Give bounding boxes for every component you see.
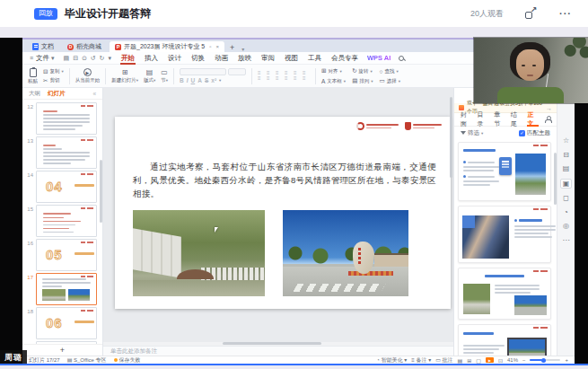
more-icon[interactable]: ··· xyxy=(559,8,572,19)
tab-cover[interactable]: 封面 xyxy=(461,113,471,127)
video-progress-bar[interactable] xyxy=(0,364,588,365)
slide-thumb-17-selected[interactable]: 17 xyxy=(22,272,102,306)
tab-chapter[interactable]: 章节 xyxy=(494,113,505,127)
beautify-icon-selected[interactable]: ▣ xyxy=(560,179,572,189)
strip-more-icon[interactable]: ⋯ xyxy=(563,236,570,244)
tab-contents[interactable]: 目录 xyxy=(478,113,488,127)
thumbnail-scrollbar[interactable] xyxy=(100,160,102,223)
tab-ending[interactable]: 结尾 xyxy=(511,113,522,127)
play-from-current-button[interactable]: ▶ 从当前开始 xyxy=(75,68,101,83)
editor-canvas[interactable]: 通过实地考察，马套村位于山东省济南市长清区万德街道最南端，交通便利，风景优美。地… xyxy=(103,88,453,342)
banner-arrow-icon[interactable]: → xyxy=(546,105,552,111)
search-icon[interactable] xyxy=(399,56,404,61)
arrange-button[interactable]: ▤排列▾ xyxy=(352,76,373,85)
slide-thumb-13[interactable]: 13 xyxy=(22,136,102,170)
university-logo-swirl-icon xyxy=(356,122,364,130)
view-sorter-icon[interactable]: ⊞ xyxy=(467,357,471,364)
help-icon[interactable]: ◔ xyxy=(564,208,568,216)
slide-thumb-15[interactable]: 15 xyxy=(22,204,102,238)
menu-review[interactable]: 审阅 xyxy=(260,52,276,65)
editor-horizontal-scrollbar[interactable] xyxy=(103,342,453,346)
menu-animation[interactable]: 动画 xyxy=(214,52,229,65)
select-button[interactable]: ▭选择▾ xyxy=(380,76,400,85)
menu-member[interactable]: 会员专享 xyxy=(330,52,359,65)
section-button[interactable]: ▭ 节▾ xyxy=(161,68,168,83)
tab-body-active[interactable]: 正文 xyxy=(527,113,538,127)
layers-icon[interactable]: ▤ xyxy=(563,164,570,172)
editor-vertical-scrollbar[interactable] xyxy=(450,97,452,178)
video-area[interactable]: 文档 D 稻壳商城 P 开题_2023届 环境设计专业 5 ▫ × + xyxy=(0,27,588,369)
photo-village-road[interactable] xyxy=(283,210,408,296)
slide-thumb-12[interactable]: 12 xyxy=(22,101,102,136)
feedback-icon[interactable]: ◎ xyxy=(563,222,569,230)
slide-thumb-16[interactable]: 16 05 xyxy=(22,238,102,272)
favorite-star-icon[interactable]: ☆ xyxy=(563,136,569,145)
zoom-in-button[interactable]: + xyxy=(565,357,568,363)
slide-thumb-14[interactable]: 14 04 xyxy=(22,170,102,204)
match-theme-checkbox[interactable]: ✓ xyxy=(519,130,525,136)
italic-icon[interactable]: I xyxy=(187,77,189,83)
tab-outline[interactable]: 大纲 xyxy=(29,90,40,98)
bold-icon[interactable]: B xyxy=(180,77,184,83)
paragraph-group[interactable]: ≡≡≡≡≡≡ ≡≡≡≡≡≡ xyxy=(258,71,310,81)
mouse-cursor xyxy=(215,227,218,233)
filter-chevron-icon[interactable]: ▾ xyxy=(481,131,483,136)
menu-slideshow[interactable]: 放映 xyxy=(237,52,252,65)
file-menu[interactable]: ≡ 文件 ▾ xyxy=(30,54,56,63)
add-slide-button[interactable]: + xyxy=(22,344,102,356)
close-tab-icon[interactable]: × xyxy=(215,44,219,49)
zoom-slider[interactable] xyxy=(530,359,560,361)
font-size-select[interactable] xyxy=(228,68,246,75)
filter-label[interactable]: 筛选 xyxy=(468,129,479,137)
webcam-overlay[interactable] xyxy=(474,38,588,103)
new-tab-button[interactable]: + xyxy=(227,43,237,52)
view-normal-icon[interactable]: ▤ xyxy=(458,357,463,364)
underline-icon[interactable]: U xyxy=(191,77,196,83)
font-family-select[interactable] xyxy=(180,68,226,75)
tab-slides[interactable]: 幻灯片 xyxy=(48,90,66,98)
current-slide[interactable]: 通过实地考察，马套村位于山东省济南市长清区万德街道最南端，交通便利，风景优美。地… xyxy=(115,117,451,309)
menu-view[interactable]: 视图 xyxy=(284,52,299,65)
slideshow-play-button[interactable]: ▶ xyxy=(486,357,494,364)
tab-document[interactable]: P 开题_2023届 环境设计专业 5 ▫ × xyxy=(110,41,224,52)
fullscreen-icon[interactable]: ⊡ xyxy=(498,357,503,364)
font-color-icon[interactable]: A xyxy=(197,77,202,83)
copy-button[interactable]: ⊟复制▾ xyxy=(43,68,64,75)
menu-insert[interactable]: 插入 xyxy=(144,52,159,65)
notes-bar[interactable]: 单击此处添加备注 xyxy=(103,346,453,356)
layout-button[interactable]: ▤ 版式▾ xyxy=(144,68,155,83)
shapes-icon[interactable]: ⊟ xyxy=(563,151,569,159)
clipart-icon[interactable]: ◻ xyxy=(563,194,569,202)
paste-button[interactable]: 粘贴 xyxy=(28,68,38,84)
template-card-4[interactable] xyxy=(458,324,551,356)
align-button[interactable]: ⊞对齐▾ xyxy=(321,66,346,75)
menu-tools[interactable]: 工具 xyxy=(307,52,322,65)
new-slide-button[interactable]: ⊞ 新建幻灯片▾ xyxy=(111,68,138,83)
menu-transition[interactable]: 切换 xyxy=(190,52,206,65)
view-reading-icon[interactable]: ▢ xyxy=(476,357,481,364)
panel-scrollbar[interactable] xyxy=(554,153,557,205)
rotate-button[interactable]: ↻旋转▾ xyxy=(352,66,373,75)
cut-button[interactable]: ✂剪切 xyxy=(43,77,64,84)
template-card-3[interactable] xyxy=(458,268,551,320)
slide-thumb-18[interactable]: 18 06 xyxy=(22,306,102,340)
designer-icon[interactable] xyxy=(544,116,550,123)
template-card-1[interactable] xyxy=(458,142,551,201)
strikethrough-icon[interactable]: S xyxy=(205,77,208,83)
photo-canal-village[interactable] xyxy=(133,210,265,296)
collapse-panel-icon[interactable]: « xyxy=(92,91,96,97)
tab-store[interactable]: D 稻壳商城 xyxy=(62,41,107,52)
warning-dot-icon xyxy=(114,358,118,362)
tab-home[interactable]: 文档 xyxy=(27,41,59,52)
superscript-icon[interactable]: x² xyxy=(211,77,216,83)
pin-icon[interactable]: ▫ xyxy=(209,44,211,49)
find-button[interactable]: ○查找▾ xyxy=(380,66,400,75)
menu-design[interactable]: 设计 xyxy=(167,52,182,65)
quick-access-icons[interactable]: ▤ ⊟ ⊙ ↺ ↻ ▾ xyxy=(64,55,112,62)
textbox-button[interactable]: A文本框▾ xyxy=(321,76,346,85)
zoom-out-button[interactable]: − xyxy=(522,357,526,363)
share-icon[interactable]: ↗ xyxy=(525,8,536,19)
wps-ai-button[interactable]: WPS AI xyxy=(367,54,391,62)
template-card-2[interactable] xyxy=(458,206,551,263)
menu-home[interactable]: 开始 xyxy=(120,52,136,65)
